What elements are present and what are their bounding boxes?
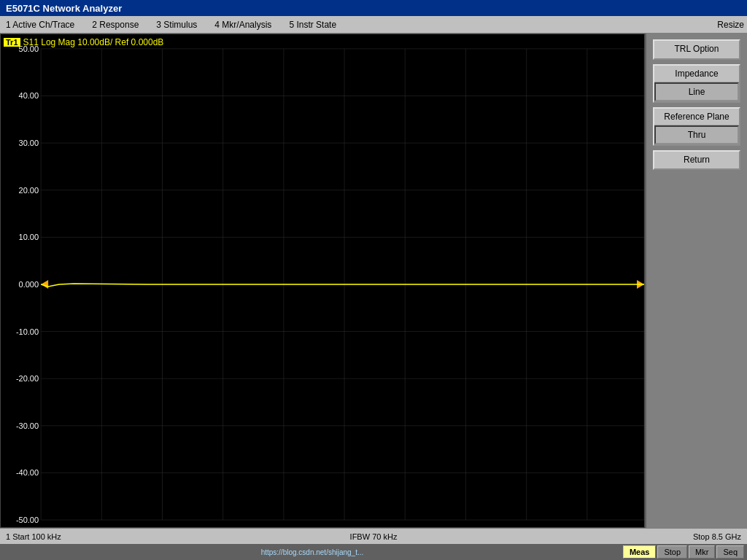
svg-text:0.000: 0.000 [19, 280, 39, 289]
menu-bar: 1 Active Ch/Trace 2 Response 3 Stimulus … [0, 16, 747, 34]
trl-option-button[interactable]: TRL Option [653, 39, 740, 60]
return-button[interactable]: Return [653, 150, 740, 171]
main-content: Tr1 S11 Log Mag 10.00dB/ Ref 0.000dB [0, 34, 747, 528]
ifbw: IFBW 70 kHz [251, 532, 496, 541]
trace-label: Tr1 S11 Log Mag 10.00dB/ Ref 0.000dB [4, 37, 163, 47]
menu-stimulus[interactable]: 3 Stimulus [153, 18, 200, 31]
start-freq: 1 Start 100 kHz [6, 532, 251, 541]
trace-info: S11 Log Mag 10.00dB/ Ref 0.000dB [23, 37, 164, 47]
chart-svg: 50.00 40.00 30.00 20.00 10.00 0.000 -10.… [1, 34, 644, 527]
svg-text:-50.00: -50.00 [16, 516, 39, 524]
svg-text:-40.00: -40.00 [16, 468, 39, 477]
chart-area: Tr1 S11 Log Mag 10.00dB/ Ref 0.000dB [0, 34, 645, 528]
app-title: E5071C Network Analyzer [6, 3, 122, 14]
svg-text:-20.00: -20.00 [16, 374, 39, 383]
stop-button[interactable]: Stop [657, 545, 687, 559]
ref-plane-thru-button[interactable]: Thru [654, 125, 739, 144]
ref-plane-top-label[interactable]: Reference Plane [654, 109, 739, 125]
seq-button[interactable]: Seq [716, 545, 744, 559]
impedance-group[interactable]: Impedance Line [653, 64, 740, 103]
svg-text:30.00: 30.00 [19, 139, 39, 147]
menu-items: 1 Active Ch/Trace 2 Response 3 Stimulus … [3, 18, 339, 31]
url-display: https://blog.csdn.net/shijang_t... [3, 548, 622, 556]
menu-instr-state[interactable]: 5 Instr State [286, 18, 339, 31]
impedance-top-label[interactable]: Impedance [654, 66, 739, 82]
svg-text:40.00: 40.00 [19, 92, 39, 101]
menu-response[interactable]: 2 Response [89, 18, 142, 31]
stop-freq: Stop 8.5 GHz [496, 532, 741, 541]
svg-text:-10.00: -10.00 [16, 327, 39, 336]
meas-button[interactable]: Meas [623, 545, 657, 559]
svg-marker-34 [637, 280, 644, 289]
svg-text:10.00: 10.00 [19, 233, 39, 241]
title-bar: E5071C Network Analyzer [0, 0, 747, 16]
status-bar: 1 Start 100 kHz IFBW 70 kHz Stop 8.5 GHz [0, 528, 747, 544]
mkr-button[interactable]: Mkr [689, 545, 715, 559]
svg-marker-33 [41, 280, 48, 289]
menu-mkr-analysis[interactable]: 4 Mkr/Analysis [212, 18, 274, 31]
menu-active-ch[interactable]: 1 Active Ch/Trace [3, 18, 77, 31]
resize-button[interactable]: Resize [717, 20, 744, 30]
trace-box: Tr1 [4, 38, 20, 47]
ref-plane-group[interactable]: Reference Plane Thru [653, 107, 740, 146]
svg-text:20.00: 20.00 [19, 186, 39, 195]
svg-text:-30.00: -30.00 [16, 421, 39, 430]
impedance-line-button[interactable]: Line [654, 82, 739, 101]
bottom-bar: https://blog.csdn.net/shijang_t... Meas … [0, 544, 747, 560]
right-panel: TRL Option Impedance Line Reference Plan… [645, 34, 747, 528]
